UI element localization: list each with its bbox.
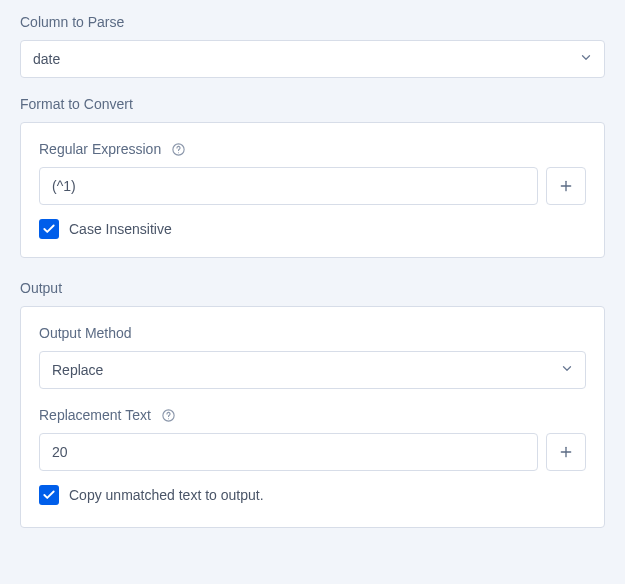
output-method-label: Output Method <box>39 325 586 341</box>
output-label: Output <box>20 280 605 296</box>
output-method-select[interactable] <box>39 351 586 389</box>
checkbox-checked-icon <box>39 485 59 505</box>
copy-unmatched-label: Copy unmatched text to output. <box>69 487 264 503</box>
replacement-text-label-row: Replacement Text <box>39 407 586 423</box>
add-regex-button[interactable] <box>546 167 586 205</box>
output-method-value[interactable] <box>39 351 586 389</box>
column-to-parse-label: Column to Parse <box>20 14 605 30</box>
replacement-text-label: Replacement Text <box>39 407 151 423</box>
replacement-text-input[interactable] <box>39 433 538 471</box>
svg-point-5 <box>168 418 169 419</box>
add-replacement-button[interactable] <box>546 433 586 471</box>
svg-point-1 <box>178 152 179 153</box>
format-to-convert-label: Format to Convert <box>20 96 605 112</box>
regex-input[interactable] <box>39 167 538 205</box>
output-panel: Output Method Replacement Text Copy <box>20 306 605 528</box>
column-to-parse-value[interactable] <box>20 40 605 78</box>
help-icon[interactable] <box>171 142 186 157</box>
regex-label-row: Regular Expression <box>39 141 586 157</box>
help-icon[interactable] <box>161 408 176 423</box>
format-to-convert-panel: Regular Expression Case Insensitive <box>20 122 605 258</box>
case-insensitive-label: Case Insensitive <box>69 221 172 237</box>
regex-label: Regular Expression <box>39 141 161 157</box>
case-insensitive-checkbox[interactable]: Case Insensitive <box>39 219 586 239</box>
checkbox-checked-icon <box>39 219 59 239</box>
column-to-parse-select[interactable] <box>20 40 605 78</box>
copy-unmatched-checkbox[interactable]: Copy unmatched text to output. <box>39 485 586 505</box>
